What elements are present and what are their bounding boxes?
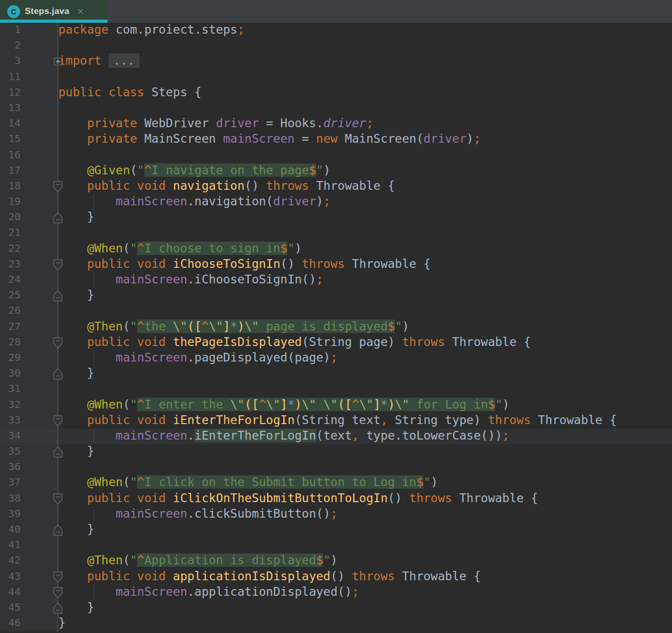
code-token: ^ [137, 553, 144, 567]
code-line-text[interactable] [58, 38, 672, 54]
code-line-text[interactable] [58, 70, 672, 85]
fold-start-icon[interactable] [53, 259, 63, 271]
line-number: 32 [0, 398, 21, 411]
fold-expand-icon[interactable] [53, 55, 63, 68]
code-line: 33 public void iEnterTheForLogIn(String … [0, 413, 672, 429]
code-line-text[interactable]: mainScreen.applicationDisplayed(); [58, 585, 672, 600]
code-line-text[interactable]: public void iClickOnTheSubmitButtonToLog… [58, 491, 672, 507]
fold-start-icon[interactable] [53, 180, 63, 193]
code-token: public class [58, 85, 144, 99]
code-token: ) [431, 475, 438, 489]
code-line-text[interactable]: mainScreen.navigation(driver); [58, 194, 672, 210]
code-token: ^ [144, 163, 151, 177]
code-line-text[interactable]: } [58, 288, 672, 304]
code-line: 15 private MainScreen mainScreen = new M… [0, 132, 672, 147]
code-token: iClickOnTheSubmitButtonToLogIn [173, 491, 388, 505]
line-number: 34 [0, 429, 21, 442]
code-line-text[interactable] [58, 101, 672, 116]
code-line-text[interactable]: } [58, 444, 672, 460]
code-line-text[interactable]: private MainScreen mainScreen = new Main… [58, 132, 672, 147]
code-line-text[interactable]: } [58, 366, 672, 382]
code-line: 2 [0, 38, 672, 54]
fold-end-icon[interactable] [53, 446, 63, 458]
code-token: WebDriver [137, 116, 216, 130]
code-token: ) [295, 242, 302, 255]
gutter-cell: 12 [0, 85, 58, 101]
fold-start-icon[interactable] [53, 415, 63, 427]
code-line-text[interactable] [58, 225, 672, 241]
code-line-text[interactable] [58, 304, 672, 319]
gutter-cell: 45 [0, 600, 58, 616]
code-line-text[interactable]: public void iChooseToSignIn() throws Thr… [58, 257, 672, 273]
code-token: ; [502, 429, 510, 442]
code-line-text[interactable]: mainScreen.iChooseToSignIn(); [58, 273, 672, 288]
code-editor[interactable]: 1package com.proiect.steps;23import ...1… [0, 23, 672, 631]
code-line-text[interactable]: private WebDriver driver = Hooks.driver; [58, 116, 672, 132]
editor-tab-bar: C Steps.java ✕ [0, 0, 672, 23]
code-line-text[interactable]: public void thePageIsDisplayed(String pa… [58, 335, 672, 351]
fold-start-icon[interactable] [53, 493, 63, 505]
code-token [166, 413, 173, 427]
code-line-text[interactable]: } [58, 600, 672, 616]
code-line-text[interactable]: public class Steps { [58, 85, 672, 101]
fold-end-icon[interactable] [53, 368, 63, 380]
code-token: , [352, 429, 359, 442]
code-line-text[interactable]: mainScreen.iEnterTheForLogIn(text, type.… [58, 429, 672, 444]
code-line-text[interactable] [58, 538, 672, 553]
tab-close-icon[interactable]: ✕ [77, 7, 84, 17]
code-line-text[interactable] [58, 382, 672, 397]
gutter-cell: 30 [0, 366, 58, 382]
code-line-text[interactable] [58, 460, 672, 475]
code-token: ^ [202, 320, 209, 333]
code-token: package [58, 23, 109, 36]
gutter-cell: 40 [0, 522, 58, 538]
fold-end-icon[interactable] [53, 290, 63, 302]
code-line: 29 mainScreen.pageDisplayed(page); [0, 351, 672, 366]
code-token: ( [123, 475, 130, 489]
fold-end-icon[interactable] [53, 524, 63, 536]
code-line-text[interactable]: public void navigation() throws Throwabl… [58, 179, 672, 194]
code-line-text[interactable]: } [58, 210, 672, 225]
code-token: ; [352, 585, 359, 598]
line-number: 18 [0, 179, 21, 192]
code-token: " [316, 163, 324, 177]
line-number: 35 [0, 445, 21, 457]
code-line-text[interactable]: public void applicationIsDisplayed() thr… [58, 569, 672, 585]
code-line-text[interactable] [58, 148, 672, 163]
code-token: iEnterTheForLogIn [173, 413, 295, 427]
code-token: ] [223, 320, 231, 333]
code-line-text[interactable]: @When("^I choose to sign in$") [58, 242, 672, 257]
tab-steps-java[interactable]: C Steps.java ✕ [0, 0, 108, 23]
fold-start-icon[interactable] [53, 571, 63, 583]
line-number: 42 [0, 554, 21, 566]
code-token: ^ [137, 242, 144, 255]
code-token: new [316, 132, 338, 145]
code-line-text[interactable]: @Given("^I navigate on the page$") [58, 163, 672, 179]
fold-end-icon[interactable] [53, 602, 63, 614]
indent-guide [94, 194, 94, 210]
line-number: 24 [0, 273, 21, 285]
code-line-text[interactable]: } [58, 616, 672, 631]
code-line-text[interactable]: @Then("^Application is displayed$") [58, 553, 672, 569]
code-token: ( [130, 163, 137, 177]
code-line-text[interactable]: import ... [58, 54, 672, 69]
code-line: 26 [0, 304, 672, 319]
code-token: mainScreen [116, 507, 187, 520]
code-line-text[interactable]: } [58, 522, 672, 538]
fold-end-icon[interactable] [53, 212, 63, 224]
code-line-text[interactable]: @When("^I click on the Submit button to … [58, 475, 672, 491]
code-line-text[interactable]: public void iEnterTheForLogIn(String tex… [58, 413, 672, 429]
tab-title: Steps.java [25, 6, 69, 17]
code-token: ([ [338, 398, 352, 411]
code-line-text[interactable]: package com.proiect.steps; [58, 23, 672, 38]
fold-start-icon[interactable] [53, 337, 63, 349]
code-line-text[interactable]: @Then("^the \"([^\"]*)\" page is display… [58, 320, 672, 335]
code-line: 27 @Then("^the \"([^\"]*)\" page is disp… [0, 320, 672, 335]
fold-start-icon[interactable] [53, 586, 63, 599]
code-token: @When [87, 475, 123, 489]
code-token: throws [302, 257, 345, 270]
code-token: I navigate on the page [151, 163, 309, 177]
code-line-text[interactable]: @When("^I enter the \"([^\"]*)\" \"([^\"… [58, 398, 672, 413]
code-line-text[interactable]: mainScreen.clickSubmitButton(); [58, 507, 672, 522]
code-line-text[interactable]: mainScreen.pageDisplayed(page); [58, 351, 672, 366]
